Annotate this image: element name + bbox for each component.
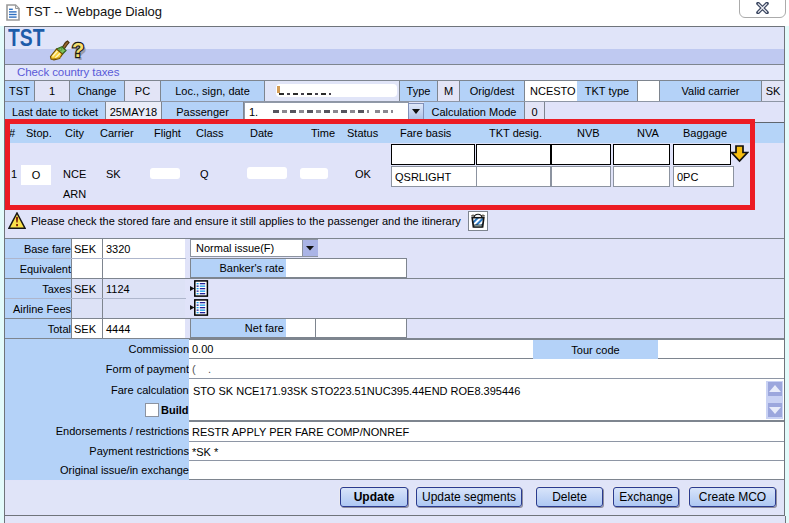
- svg-text:?: ?: [72, 40, 84, 61]
